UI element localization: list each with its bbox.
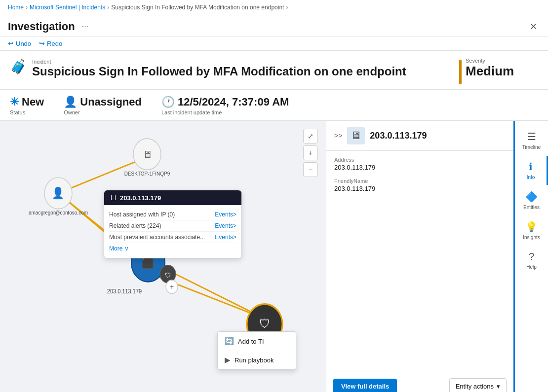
add-to-ti-label: Add to TI [238,338,264,345]
help-icon: ? [529,251,534,262]
svg-text:👤: 👤 [52,186,64,200]
redo-icon: ↪ [39,39,45,47]
status-item-owner: 👤 Unassigned Owner [64,96,142,115]
entity-actions-button[interactable]: Entity actions ▾ [449,378,507,392]
status-label: Status [10,109,44,115]
zoom-in-button[interactable]: + [303,145,318,160]
panel-field-friendly: FriendlyName 203.0.113.179 [334,178,506,192]
zoom-out-button[interactable]: − [303,162,318,177]
action-menu: 🔄 Add to TI ▶ Run playbook [217,331,296,370]
sidebar-item-insights[interactable]: 💡 Insights [515,216,548,245]
undo-icon: ↩ [8,39,14,47]
action-add-to-ti[interactable]: 🔄 Add to TI [218,332,296,351]
popup-more-chevron: ∨ [124,245,129,252]
popup-row-0: Host assigned with IP (0) Events> [109,209,236,220]
breadcrumb-home[interactable]: Home [8,4,24,11]
sidebar-item-help[interactable]: ? Help [515,246,548,275]
sidebar-item-timeline[interactable]: ☰ Timeline [515,126,548,155]
popup-row-link-0[interactable]: Events> [215,211,236,218]
sidebar-item-info[interactable]: ℹ Info [515,156,548,185]
popup-row-label-1: Related alerts (224) [109,222,161,229]
owner-label: Owner [64,109,142,115]
redo-button[interactable]: ↪ Redo [39,39,62,47]
entity-actions-chevron: ▾ [497,383,500,390]
svg-text:🛡: 🛡 [165,271,171,279]
panel-footer: View full details Entity actions ▾ [326,373,513,392]
svg-text:🖥: 🖥 [143,149,152,160]
timeline-icon: ☰ [527,131,536,143]
breadcrumb-current: Suspicious Sign In Followed by MFA Modif… [111,4,284,11]
popup-row-label-2: Most prevalent accounts associate... [109,234,205,241]
page-header: Investigation ··· ✕ [0,15,548,36]
popup-row-1: Related alerts (224) Events> [109,220,236,232]
popup-more-label: More [109,245,122,252]
severity-value: Medium [466,64,514,79]
panel-footer-actions: View full details Entity actions ▾ [333,378,507,392]
page-title-row: Investigation ··· [8,20,91,33]
action-run-playbook[interactable]: ▶ Run playbook [218,351,296,369]
incident-icon: 🧳 [10,59,27,75]
status-value-time: 🕐 12/5/2024, 7:37:09 AM [161,96,289,108]
time-icon: 🕐 [161,96,175,108]
undo-button[interactable]: ↩ Undo [8,39,31,47]
incident-title: Suspicious Sign In Followed by MFA Modif… [32,65,406,79]
sidebar-item-entities-label: Entities [523,205,540,210]
status-value-owner: 👤 Unassigned [64,96,142,108]
owner-icon: 👤 [64,96,77,108]
breadcrumb-incidents[interactable]: Microsoft Sentinel | Incidents [30,4,105,11]
sidebar-item-timeline-label: Timeline [522,144,541,150]
popup-row-link-1[interactable]: Events> [215,222,236,229]
status-icon: ✳ [10,96,19,108]
incident-text: Incident Suspicious Sign In Followed by … [32,58,406,79]
sidebar-item-info-label: Info [527,175,535,180]
panel-field-address-value: 203.0.113.179 [334,164,506,171]
popup-row-label-0: Host assigned with IP (0) [109,211,175,218]
run-playbook-label: Run playbook [235,356,274,364]
graph-controls: ⤢ + − [303,129,318,177]
panel-entity-name: 203.0.113.179 [370,131,427,141]
panel-expand-button[interactable]: >> [334,132,342,140]
incident-bar: 🧳 Incident Suspicious Sign In Followed b… [0,51,548,90]
redo-label: Redo [47,40,62,47]
sidebar-item-help-label: Help [526,264,537,270]
add-to-ti-icon: 🔄 [225,337,234,346]
entities-icon: 🔷 [525,191,538,203]
right-panel: >> 🖥 203.0.113.179 Address 203.0.113.179… [326,121,513,392]
popup-body: Host assigned with IP (0) Events> Relate… [104,205,241,258]
sidebar-item-entities[interactable]: 🔷 Entities [515,186,548,215]
svg-text:🛡: 🛡 [259,317,270,331]
panel-field-address-label: Address [334,157,506,163]
popup-header-icon: 🖥 [109,193,117,202]
popup-title: 203.0.113.179 [120,194,161,202]
ellipsis-button[interactable]: ··· [79,21,91,32]
panel-header: >> 🖥 203.0.113.179 [326,121,513,151]
incident-title-block: 🧳 Incident Suspicious Sign In Followed b… [10,58,459,79]
panel-content: Address 203.0.113.179 FriendlyName 203.0… [326,151,513,373]
severity-indicator [459,60,462,84]
run-playbook-icon: ▶ [225,356,231,364]
sidebar-item-insights-label: Insights [523,235,540,240]
status-item-status: ✳ New Status [10,96,44,115]
close-button[interactable]: ✕ [527,20,540,33]
incident-type-label: Incident [32,59,406,65]
severity-block: Severity Medium [459,58,538,84]
breadcrumb: Home › Microsoft Sentinel | Incidents › … [0,0,548,15]
undo-label: Undo [16,40,31,47]
main-area: 👤 amacgregor@contoso.com 🖥 DESKTOP-1FINQ… [0,121,548,392]
panel-entity-icon: 🖥 [351,129,361,142]
panel-field-address: Address 203.0.113.179 [334,157,506,171]
svg-text:+: + [170,283,174,291]
entity-actions-label: Entity actions [456,383,494,390]
time-label: Last incident update time [161,109,289,115]
status-value-status: ✳ New [10,96,44,108]
svg-text:amacgregor@contoso.com: amacgregor@contoso.com [29,209,88,215]
view-full-details-button[interactable]: View full details [333,379,397,392]
info-icon: ℹ [529,161,533,173]
popup-more-button[interactable]: More ∨ [109,243,236,254]
svg-text:203.0.113.179: 203.0.113.179 [107,288,142,295]
graph-area: 👤 amacgregor@contoso.com 🖥 DESKTOP-1FINQ… [0,121,326,392]
insights-icon: 💡 [525,221,538,233]
owner-text: Unassigned [80,96,142,108]
fullscreen-button[interactable]: ⤢ [303,129,318,143]
popup-row-link-2[interactable]: Events> [215,234,236,241]
